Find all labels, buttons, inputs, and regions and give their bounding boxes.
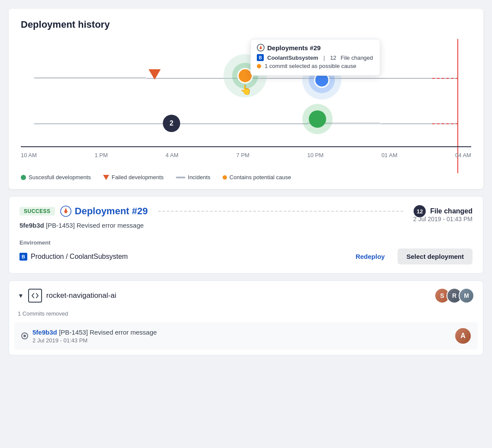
repo-avatars: S R M xyxy=(434,288,474,303)
green-dot-marker xyxy=(309,110,326,128)
success-badge: SUCCESS xyxy=(19,207,55,216)
commits-removed-label: 1 Commits removed xyxy=(9,310,483,322)
bitbucket-env-icon: B xyxy=(19,253,27,261)
commit-info: 5fe9b3d [PB-1453] Revised error message … xyxy=(32,329,451,344)
repo-name: rocket-navigational-ai xyxy=(46,291,117,300)
legend-green-dot-icon xyxy=(21,175,26,180)
cursor-icon: 👆 xyxy=(240,84,252,96)
commit-message: [PB-1453] Revised error message xyxy=(59,329,157,336)
environment-name: B Production / CoolantSubsystem xyxy=(19,253,128,261)
incident-badge: 2 xyxy=(163,115,180,132)
committer-avatar: A xyxy=(455,328,471,344)
timeline-label-2: 4 AM xyxy=(165,152,178,158)
separator-line xyxy=(158,211,403,212)
deployment-header: SUCCESS Deployment #29 12 File changed xyxy=(19,205,473,217)
timeline-label-5: 01 AM xyxy=(382,152,398,158)
track-dashed-2 xyxy=(34,123,328,124)
legend-orange-dot-icon xyxy=(223,175,227,180)
timeline: 👆 2 Deployments #29 B Coo xyxy=(21,39,471,169)
legend-triangle-icon xyxy=(103,175,109,180)
bitbucket-icon: B xyxy=(257,54,264,61)
timeline-label-6: 04 AM xyxy=(455,152,471,158)
chevron-down-icon: ▼ xyxy=(18,292,24,299)
redeploy-button[interactable]: Redeploy xyxy=(349,249,392,264)
deployment-title: Deployment #29 xyxy=(60,206,148,217)
avatar-3: M xyxy=(459,288,474,303)
deployment-history-card: Deployment history 👆 2 xyxy=(9,9,483,189)
legend-cause: Contains potential cause xyxy=(223,174,291,180)
legend-successful: Suscesfull developments xyxy=(21,174,91,180)
repo-card: ▼ rocket-navigational-ai S R M 1 Commits… xyxy=(9,280,483,355)
tooltip-env-row: B CoolantSubsystem | 12 File changed xyxy=(257,54,374,61)
environment-row: B Production / CoolantSubsystem Redeploy… xyxy=(19,248,473,264)
legend-dash-icon xyxy=(176,177,185,178)
select-deployment-button[interactable]: Select deployment xyxy=(398,248,473,264)
commit-row: 5fe9b3d [PB-1453] Revised error message … xyxy=(14,322,478,350)
orange-dot-icon xyxy=(257,64,261,68)
deployment-date: 2 Jul 2019 - 01:43 PM xyxy=(413,216,473,222)
deployment-detail-card: SUCCESS Deployment #29 12 File changed 5… xyxy=(9,196,483,274)
commit-avatar: A xyxy=(455,328,471,344)
tooltip-title: Deployments #29 xyxy=(257,44,374,52)
file-changed-label: File changed xyxy=(430,207,473,215)
deployment-commit: 5fe9b3d [PB-1453] Revised error message xyxy=(19,222,144,229)
timeline-axis xyxy=(21,146,471,147)
commit-dot-icon xyxy=(21,332,28,339)
timeline-label-3: 7 PM xyxy=(236,152,249,158)
track-bar-1 xyxy=(34,77,146,79)
legend-incidents: Incidents xyxy=(176,174,210,180)
deployment-tooltip: Deployments #29 B CoolantSubsystem | 12 … xyxy=(250,39,380,76)
environment-label: Enviroment xyxy=(19,239,473,246)
page-title: Deployment history xyxy=(21,19,471,30)
timeline-labels: 10 AM 1 PM 4 AM 7 PM 10 PM 01 AM 04 AM xyxy=(21,152,471,158)
red-dashed-bottom xyxy=(432,123,458,124)
failed-marker xyxy=(149,69,161,80)
timeline-label-4: 10 PM xyxy=(307,152,324,158)
red-dashed-top xyxy=(432,78,458,79)
timeline-label-0: 10 AM xyxy=(21,152,37,158)
timeline-legend: Suscesfull developments Failed developme… xyxy=(21,174,471,180)
tooltip-commit-row: 1 commit selected as possible cause xyxy=(257,63,374,69)
commit-date: 2 Jul 2019 - 01:43 PM xyxy=(32,337,451,344)
code-icon xyxy=(28,289,42,303)
gitlab-icon xyxy=(257,44,265,52)
timeline-label-1: 1 PM xyxy=(94,152,107,158)
repo-header[interactable]: ▼ rocket-navigational-ai S R M xyxy=(9,281,483,310)
gitlab-logo-icon xyxy=(60,206,71,217)
commit-hash-link[interactable]: 5fe9b3d xyxy=(32,329,57,336)
legend-failed: Failed developments xyxy=(103,174,164,180)
